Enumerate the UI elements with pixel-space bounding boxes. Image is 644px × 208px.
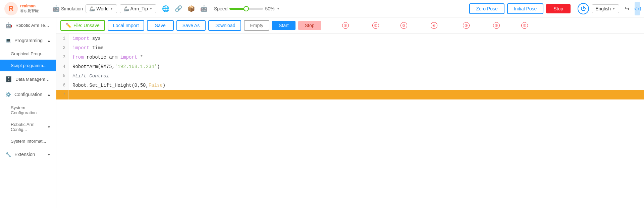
stop-action-button[interactable]: Stop (298, 21, 321, 30)
empty-button[interactable]: Empty (244, 20, 269, 31)
file-label: File: Unsave (73, 23, 100, 28)
step-label-4: ④ (418, 22, 450, 29)
code-line-6[interactable]: 6Robot.Set_Lift_Height(0,50,False) (56, 81, 644, 90)
speed-label: Speed (214, 6, 227, 11)
divider-top-right (574, 4, 574, 14)
data-icon: 🗄️ (5, 76, 12, 82)
speed-value: 50% (265, 6, 274, 11)
logo-area: R realman 睿尔曼智能 (4, 2, 39, 16)
code-token: * (137, 55, 143, 60)
line-number-5: 5 (56, 71, 68, 81)
save-as-button[interactable]: Save As (176, 20, 206, 31)
arm-dropdown[interactable]: 🦾 Arm_Tip ▼ (120, 4, 156, 13)
code-token: import (72, 45, 89, 51)
speed-chevron-icon[interactable]: ▼ (276, 7, 280, 10)
svg-text:R: R (9, 5, 14, 12)
start-button[interactable]: Start (272, 21, 296, 30)
line-content-4: Robot=Arm(RM75,'192.168.1.234') (68, 62, 164, 71)
step-label-1: ① (329, 22, 362, 29)
line-number-7: 7 (56, 90, 68, 99)
main-layout: 🤖 Robotic Arm Tea... 💻 Programming ▲ Gra… (0, 17, 644, 208)
logo-text-en: realman (20, 4, 39, 8)
sidebar-item-data-management[interactable]: 🗄️ Data Management (0, 71, 56, 87)
robot2-icon[interactable]: 🤖 (199, 4, 209, 13)
file-button[interactable]: ✏️ File: Unsave (60, 20, 105, 31)
step-label-5: ⑤ (450, 22, 482, 29)
cube-icon[interactable]: 📦 (186, 4, 196, 13)
code-token: from (72, 55, 84, 60)
step-label-7: ⑦ (511, 22, 539, 29)
step-label-2: ② (362, 22, 390, 29)
zero-pose-button[interactable]: Zero Pose (469, 3, 504, 14)
toolbar-icons: 🌐 🔗 📦 🤖 (161, 4, 209, 13)
code-token: import (72, 36, 89, 41)
logout-button[interactable]: ↪ (622, 4, 632, 14)
logo-text-cn: 睿尔曼智能 (20, 8, 39, 13)
arm-icon: 🦾 (123, 6, 129, 11)
line-number-4: 4 (56, 62, 68, 71)
edit-icon: ✏️ (66, 23, 71, 28)
chevron-down-icon-arm: ▼ (149, 7, 153, 10)
sidebar-item-system-config[interactable]: System Configuration (0, 102, 56, 119)
programming-icon: 💻 (5, 38, 11, 43)
code-token: Robot=Arm(RM75, (72, 64, 115, 69)
sidebar-item-extension[interactable]: 🔧 Extension ▼ (0, 147, 56, 162)
sidebar-item-script-prog[interactable]: Script programm... (0, 60, 56, 71)
initial-pose-button[interactable]: Initial Pose (507, 3, 543, 14)
save-button[interactable]: Save (147, 20, 174, 31)
arm-pose-icon: 🦾 (89, 6, 95, 11)
chevron-down-icon: ▼ (110, 7, 113, 10)
line-content-7 (68, 90, 644, 99)
code-token: ) (163, 83, 165, 88)
code-line-3[interactable]: 3from robotic_arm import * (56, 53, 644, 62)
code-token: False (149, 83, 163, 88)
sidebar-item-graphical-prog[interactable]: Graphical Progr... (0, 48, 56, 60)
line-number-3: 3 (56, 53, 68, 62)
code-token: '192.168.1.234' (115, 64, 157, 69)
speed-slider[interactable] (229, 8, 263, 10)
download-button[interactable]: Download (208, 20, 241, 31)
local-import-button[interactable]: Local Import (108, 20, 144, 31)
power-button[interactable]: ⏻ (578, 3, 589, 14)
world-label: World (96, 6, 108, 11)
extension-icon: 🔧 (5, 152, 11, 157)
top-toolbar: R realman 睿尔曼智能 🤖 Simulation 🦾 World ▼ 🦾… (0, 0, 644, 17)
code-line-5[interactable]: 5#Lift Control (56, 71, 644, 81)
config-chevron-icon: ▲ (47, 93, 51, 96)
code-token: #Lift Control (72, 73, 109, 79)
code-token: import (120, 55, 137, 60)
arm-config-chevron-icon: ▼ (47, 125, 51, 129)
collapse-panel-button[interactable]: ◁◁ (635, 2, 640, 15)
extension-chevron-icon: ▼ (47, 153, 51, 156)
code-token: sys (89, 36, 101, 41)
world-dropdown[interactable]: 🦾 World ▼ (86, 4, 117, 13)
stop-top-button[interactable]: Stop (546, 4, 571, 13)
line-content-6: Robot.Set_Lift_Height(0,50,False) (68, 81, 169, 90)
sidebar-item-system-informat[interactable]: System Informat... (0, 135, 56, 147)
logout-icon: ↪ (625, 5, 630, 12)
network-icon[interactable]: 🌐 (161, 4, 170, 13)
code-line-2[interactable]: 2import time (56, 43, 644, 53)
line-number-2: 2 (56, 43, 68, 53)
connect-icon[interactable]: 🔗 (174, 4, 183, 13)
line-content-1: import sys (68, 34, 105, 43)
code-line-4[interactable]: 4Robot=Arm(RM75,'192.168.1.234') (56, 62, 644, 71)
step-label-3: ③ (390, 22, 418, 29)
code-token: time (89, 45, 103, 51)
language-selector[interactable]: English ▼ (592, 4, 619, 13)
line-number-1: 1 (56, 34, 68, 43)
sidebar-item-robotic-arm-config[interactable]: Robotic Arm Config... ▼ (0, 119, 56, 135)
code-line-1[interactable]: 1import sys (56, 34, 644, 43)
content-area: ✏️ File: Unsave Local Import Save Save A… (56, 17, 644, 208)
sidebar-item-configuration[interactable]: ⚙️ Configuration ▲ (0, 87, 56, 102)
language-label: English (595, 6, 611, 11)
sidebar-item-robotic-arm-tea[interactable]: 🤖 Robotic Arm Tea... (0, 17, 56, 33)
code-editor[interactable]: 1import sys2import time3from robotic_arm… (56, 34, 644, 208)
sidebar-item-programming[interactable]: 💻 Programming ▲ (0, 33, 56, 48)
lang-chevron-icon: ▼ (612, 7, 615, 10)
code-line-7[interactable]: 7 (56, 90, 644, 99)
code-token: ) (157, 64, 160, 69)
top-right-buttons: Zero Pose Initial Pose Stop ⏻ English ▼ … (469, 2, 640, 15)
code-token: robotic_arm (84, 55, 120, 60)
simulation-area: 🤖 Simulation (52, 5, 83, 12)
